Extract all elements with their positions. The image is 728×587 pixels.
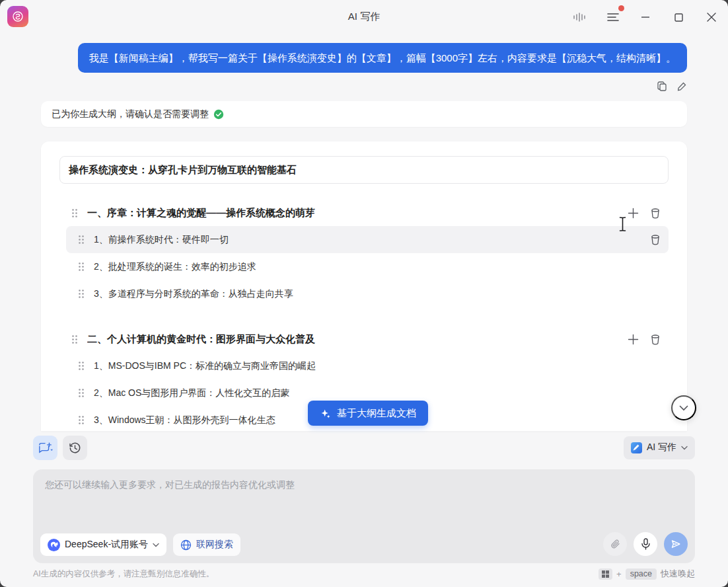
app-window: AI 写作 我是【新闻稿主编】，帮我写一篇关于【操作系统演变史】的【文章】，篇幅… xyxy=(0,0,728,587)
drag-handle-icon[interactable] xyxy=(78,235,85,245)
shortcut-label: 快速唤起 xyxy=(661,568,695,580)
assistant-message-text: 已为你生成大纲，请确认是否需要调整 xyxy=(52,108,209,120)
plus-separator: + xyxy=(616,569,622,579)
menu-icon[interactable] xyxy=(604,9,622,26)
mode-selector[interactable]: AI 写作 xyxy=(624,436,695,459)
chevron-down-icon xyxy=(679,405,688,411)
drag-handle-icon[interactable] xyxy=(71,334,78,344)
chat-area: 我是【新闻稿主编】，帮我写一篇关于【操作系统演变史】的【文章】，篇幅【3000字… xyxy=(41,43,687,431)
footer: AI生成的内容仅供参考，请注意甄别信息准确性。 + space 快速唤起 xyxy=(33,564,695,584)
new-chat-button[interactable] xyxy=(33,436,57,460)
maximize-button[interactable] xyxy=(670,9,687,26)
outline-section-heading[interactable]: 二、个人计算机的黄金时代：图形界面与大众化普及 xyxy=(59,326,669,352)
history-button[interactable] xyxy=(63,436,87,460)
drag-handle-icon[interactable] xyxy=(78,388,85,398)
composer-toolbar: AI 写作 xyxy=(33,435,695,460)
drag-handle-icon[interactable] xyxy=(71,208,78,218)
titlebar: AI 写作 xyxy=(0,0,728,33)
outline-item-text: 2、Mac OS与图形用户界面：人性化交互的启蒙 xyxy=(94,387,669,399)
add-item-icon[interactable] xyxy=(628,334,639,345)
generate-doc-label: 基于大纲生成文档 xyxy=(337,407,416,420)
outline-title-input[interactable]: 操作系统演变史：从穿孔卡片到万物互联的智能基石 xyxy=(59,156,669,184)
microphone-button[interactable] xyxy=(634,532,657,556)
scroll-down-button[interactable] xyxy=(671,395,696,420)
outline-item-text: 3、多道程序与分时系统的革命：从独占走向共享 xyxy=(94,288,669,300)
drag-handle-icon[interactable] xyxy=(78,415,85,425)
web-search-label: 联网搜索 xyxy=(196,539,233,551)
model-label: DeepSeek-试用账号 xyxy=(65,539,148,551)
add-item-icon[interactable] xyxy=(628,208,639,219)
model-selector[interactable]: DeepSeek-试用账号 xyxy=(40,533,166,556)
outline-item-row[interactable]: 3、多道程序与分时系统的革命：从独占走向共享 xyxy=(66,280,669,307)
close-button[interactable] xyxy=(703,9,720,26)
generate-doc-button[interactable]: 基于大纲生成文档 xyxy=(308,401,428,426)
user-message-bubble: 我是【新闻稿主编】，帮我写一篇关于【操作系统演变史】的【文章】，篇幅【3000字… xyxy=(78,43,687,73)
section-heading-text: 一、序章：计算之魂的觉醒——操作系统概念的萌芽 xyxy=(87,207,628,219)
message-actions xyxy=(41,80,687,92)
minimize-button[interactable] xyxy=(637,9,654,26)
outline-item-text: 2、批处理系统的诞生：效率的初步追求 xyxy=(94,261,669,273)
outline-item-row[interactable]: 1、前操作系统时代：硬件即一切 xyxy=(66,226,669,253)
attach-button[interactable] xyxy=(603,532,627,556)
deepseek-logo-icon xyxy=(48,539,60,551)
drag-handle-icon[interactable] xyxy=(78,289,85,299)
notification-dot xyxy=(618,5,624,11)
web-search-toggle[interactable]: 联网搜索 xyxy=(173,533,240,556)
assistant-message-card: 已为你生成大纲，请确认是否需要调整 xyxy=(41,101,687,127)
chevron-down-icon xyxy=(681,446,688,450)
send-button[interactable] xyxy=(664,532,688,556)
space-key-badge: space xyxy=(626,568,657,580)
chevron-down-icon xyxy=(153,543,159,547)
ai-disclaimer: AI生成的内容仅供参考，请注意甄别信息准确性。 xyxy=(33,568,214,580)
green-check-icon xyxy=(213,109,224,120)
sparkle-icon xyxy=(320,408,331,419)
globe-icon xyxy=(180,539,192,551)
trash-icon[interactable] xyxy=(650,234,661,245)
trash-icon[interactable] xyxy=(650,208,661,219)
outline-section-heading[interactable]: 一、序章：计算之魂的觉醒——操作系统概念的萌芽 xyxy=(59,200,669,226)
input-placeholder: 您还可以继续输入更多要求，对已生成的报告内容优化或调整 xyxy=(45,479,295,491)
outline-item-text: 1、前操作系统时代：硬件即一切 xyxy=(94,234,650,246)
trash-icon[interactable] xyxy=(650,334,661,345)
edit-icon[interactable] xyxy=(677,81,687,91)
drag-handle-icon[interactable] xyxy=(78,361,85,371)
composer-input[interactable]: 您还可以继续输入更多要求，对已生成的报告内容优化或调整 DeepSeek-试用账… xyxy=(33,469,695,563)
windows-key-icon xyxy=(599,568,612,580)
section-heading-text: 二、个人计算机的黄金时代：图形界面与大众化普及 xyxy=(87,333,628,346)
outline-item-row[interactable]: 2、批处理系统的诞生：效率的初步追求 xyxy=(66,253,669,280)
drag-handle-icon[interactable] xyxy=(78,262,85,272)
copy-icon[interactable] xyxy=(657,81,667,91)
outline-item-row[interactable]: 1、MS-DOS与IBM PC：标准的确立与商业帝国的崛起 xyxy=(66,352,669,379)
ai-writing-icon xyxy=(631,442,642,453)
mode-label: AI 写作 xyxy=(647,442,676,453)
voice-wave-icon[interactable] xyxy=(571,9,588,26)
shortcut-hint: + space 快速唤起 xyxy=(599,568,695,580)
outline-item-text: 1、MS-DOS与IBM PC：标准的确立与商业帝国的崛起 xyxy=(94,360,669,372)
outline-card: 操作系统演变史：从穿孔卡片到万物互联的智能基石 一、序章：计算之魂的觉醒——操作… xyxy=(41,141,687,431)
